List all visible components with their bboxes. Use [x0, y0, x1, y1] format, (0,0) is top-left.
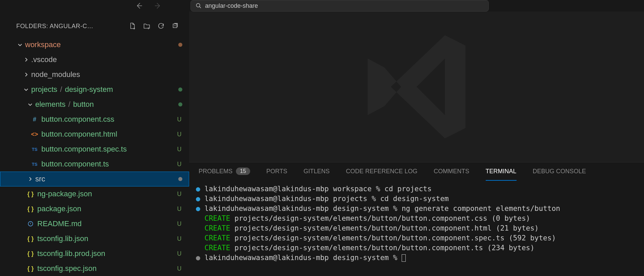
- terminal-line: ● lakinduhewawasam@lakindus-mbp design-s…: [196, 253, 637, 263]
- panel-tab-debug-console[interactable]: DEBUG CONSOLE: [533, 162, 586, 181]
- git-status: U: [174, 161, 184, 168]
- command-center-search[interactable]: angular-code-share: [190, 0, 489, 12]
- git-status: U: [174, 220, 184, 228]
- file-package.json[interactable]: { }package.jsonU: [0, 201, 189, 216]
- git-status: U: [174, 235, 184, 242]
- folder-workspace[interactable]: workspace: [0, 37, 189, 52]
- explorer-sidebar: FOLDERS: ANGULAR-C… workspace.vscodenode…: [0, 12, 189, 276]
- folder-elements-button[interactable]: elements / button: [0, 97, 189, 112]
- git-status: U: [174, 191, 184, 198]
- svg-point-0: [196, 3, 200, 7]
- nav-back-button[interactable]: [135, 1, 144, 10]
- git-status-dot: [178, 43, 182, 47]
- folder-.vscode[interactable]: .vscode: [0, 52, 189, 67]
- refresh-button[interactable]: [157, 22, 165, 31]
- panel-tabs: PROBLEMS15PORTSGITLENSCODE REFERENCE LOG…: [189, 162, 644, 181]
- file-tsconfig.lib.prod.json[interactable]: { }tsconfig.lib.prod.jsonU: [0, 246, 189, 261]
- bottom-panel: PROBLEMS15PORTSGITLENSCODE REFERENCE LOG…: [189, 162, 644, 276]
- editor-area: PROBLEMS15PORTSGITLENSCODE REFERENCE LOG…: [189, 12, 644, 276]
- titlebar: angular-code-share: [0, 0, 644, 12]
- vscode-watermark-icon: [352, 22, 481, 151]
- file-ng-package.json[interactable]: { }ng-package.jsonU: [0, 186, 189, 201]
- editor-background: [189, 12, 644, 162]
- terminal-line: ● lakinduhewawasam@lakindus-mbp design-s…: [196, 204, 637, 214]
- git-status: U: [174, 250, 184, 257]
- file-tsconfig.lib.json[interactable]: { }tsconfig.lib.jsonU: [0, 231, 189, 246]
- collapse-all-button[interactable]: [171, 22, 180, 31]
- git-status-dot: [178, 87, 182, 92]
- folder-src[interactable]: src: [0, 172, 189, 186]
- git-status: U: [174, 146, 184, 153]
- folder-node_modules[interactable]: node_modules: [0, 67, 189, 82]
- file-button.component.ts[interactable]: TSbutton.component.tsU: [0, 157, 189, 172]
- new-folder-button[interactable]: [142, 22, 151, 31]
- git-status-dot: [178, 102, 182, 106]
- file-tsconfig.spec.json[interactable]: { }tsconfig.spec.jsonU: [0, 261, 189, 276]
- terminal-line: CREATE projects/design-system/elements/b…: [196, 214, 637, 223]
- terminal-line: ● lakinduhewawasam@lakindus-mbp projects…: [196, 194, 637, 204]
- search-icon: [196, 3, 202, 9]
- terminal-line: CREATE projects/design-system/elements/b…: [196, 243, 637, 253]
- terminal-line: CREATE projects/design-system/elements/b…: [196, 233, 637, 243]
- panel-tab-terminal[interactable]: TERMINAL: [486, 162, 517, 181]
- file-tree: workspace.vscodenode_modulesprojects / d…: [0, 35, 189, 276]
- file-button.component.spec.ts[interactable]: TSbutton.component.spec.tsU: [0, 142, 189, 157]
- nav-forward-button[interactable]: [153, 1, 162, 10]
- git-status: U: [174, 265, 184, 272]
- panel-tab-code-reference-log[interactable]: CODE REFERENCE LOG: [346, 162, 418, 181]
- explorer-title: FOLDERS: ANGULAR-C…: [16, 23, 128, 30]
- file-button.component.html[interactable]: <>button.component.htmlU: [0, 127, 189, 142]
- panel-tab-comments[interactable]: COMMENTS: [434, 162, 469, 181]
- terminal-content[interactable]: ● lakinduhewawasam@lakindus-mbp workspac…: [189, 181, 644, 276]
- git-status-dot: [178, 177, 182, 181]
- folder-projects-design-system[interactable]: projects / design-system: [0, 82, 189, 97]
- terminal-line: CREATE projects/design-system/elements/b…: [196, 223, 637, 233]
- search-text: angular-code-share: [205, 2, 258, 9]
- git-status: U: [174, 205, 184, 213]
- panel-tab-gitlens[interactable]: GITLENS: [304, 162, 330, 181]
- git-status: U: [174, 131, 184, 138]
- panel-tab-problems[interactable]: PROBLEMS15: [199, 162, 250, 181]
- git-status: U: [174, 116, 184, 123]
- terminal-line: ● lakinduhewawasam@lakindus-mbp workspac…: [196, 184, 637, 194]
- new-file-button[interactable]: [128, 22, 137, 31]
- explorer-header: FOLDERS: ANGULAR-C…: [0, 18, 189, 35]
- file-button.component.css[interactable]: #button.component.cssU: [0, 112, 189, 127]
- problems-badge: 15: [236, 167, 250, 175]
- panel-tab-ports[interactable]: PORTS: [266, 162, 287, 181]
- file-README.md[interactable]: README.mdU: [0, 216, 189, 231]
